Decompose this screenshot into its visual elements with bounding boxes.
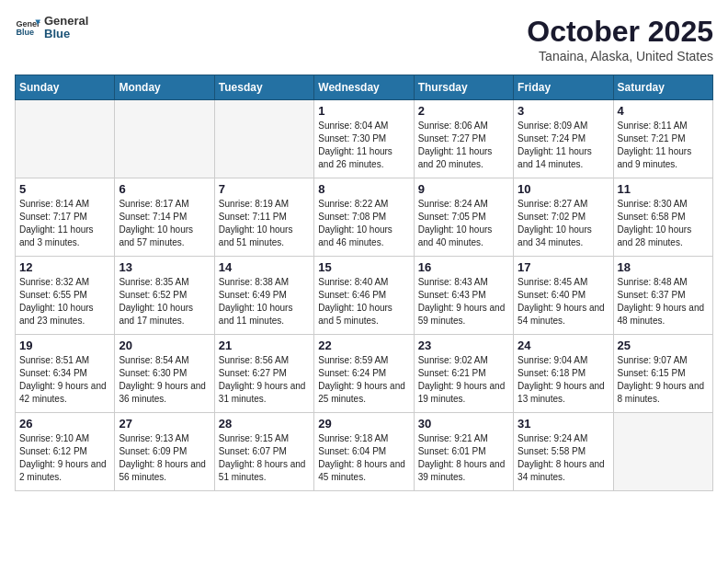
day-info: Sunrise: 8:09 AMSunset: 7:24 PMDaylight:…	[518, 120, 609, 171]
day-number: 21	[219, 339, 310, 352]
location-text: Tanaina, Alaska, United States	[527, 49, 713, 63]
day-number: 20	[119, 339, 210, 352]
day-info: Sunrise: 8:22 AMSunset: 7:08 PMDaylight:…	[318, 198, 409, 249]
calendar-week-row: 1Sunrise: 8:04 AMSunset: 7:30 PMDaylight…	[16, 100, 713, 178]
day-info: Sunrise: 8:38 AMSunset: 6:49 PMDaylight:…	[219, 276, 310, 327]
day-number: 12	[19, 260, 110, 274]
day-info: Sunrise: 9:02 AMSunset: 6:21 PMDaylight:…	[418, 354, 509, 406]
day-number: 27	[119, 417, 210, 431]
day-info: Sunrise: 8:14 AMSunset: 7:17 PMDaylight:…	[19, 198, 110, 249]
calendar-cell: 16Sunrise: 8:43 AMSunset: 6:43 PMDayligh…	[414, 257, 513, 335]
weekday-header-row: SundayMondayTuesdayWednesdayThursdayFrid…	[16, 75, 713, 100]
calendar-cell: 15Sunrise: 8:40 AMSunset: 6:46 PMDayligh…	[314, 257, 414, 335]
day-info: Sunrise: 8:32 AMSunset: 6:55 PMDaylight:…	[19, 276, 110, 327]
weekday-header: Thursday	[414, 75, 513, 100]
logo-blue-text: Blue	[44, 28, 88, 40]
weekday-header: Wednesday	[314, 75, 414, 100]
calendar-cell: 21Sunrise: 8:56 AMSunset: 6:27 PMDayligh…	[214, 335, 313, 413]
day-number: 3	[518, 104, 609, 118]
day-info: Sunrise: 8:43 AMSunset: 6:43 PMDaylight:…	[418, 276, 509, 327]
day-number: 2	[418, 104, 509, 118]
calendar-week-row: 26Sunrise: 9:10 AMSunset: 6:12 PMDayligh…	[16, 413, 713, 491]
month-title: October 2025	[527, 15, 713, 49]
calendar-cell: 5Sunrise: 8:14 AMSunset: 7:17 PMDaylight…	[16, 178, 115, 257]
day-number: 19	[19, 339, 110, 352]
day-info: Sunrise: 9:10 AMSunset: 6:12 PMDaylight:…	[19, 432, 110, 484]
day-info: Sunrise: 8:45 AMSunset: 6:40 PMDaylight:…	[518, 276, 609, 327]
day-number: 7	[219, 182, 310, 196]
day-info: Sunrise: 8:40 AMSunset: 6:46 PMDaylight:…	[318, 276, 409, 327]
calendar-cell: 24Sunrise: 9:04 AMSunset: 6:18 PMDayligh…	[514, 335, 613, 413]
calendar-cell: 27Sunrise: 9:13 AMSunset: 6:09 PMDayligh…	[115, 413, 214, 491]
calendar-cell: 31Sunrise: 9:24 AMSunset: 5:58 PMDayligh…	[514, 413, 613, 491]
day-number: 14	[219, 260, 310, 274]
day-number: 1	[318, 104, 409, 118]
day-number: 11	[618, 182, 709, 196]
weekday-header: Tuesday	[214, 75, 313, 100]
logo-general-text: General	[44, 15, 88, 28]
calendar-cell: 25Sunrise: 9:07 AMSunset: 6:15 PMDayligh…	[613, 335, 712, 413]
calendar-table: SundayMondayTuesdayWednesdayThursdayFrid…	[15, 75, 713, 491]
day-info: Sunrise: 8:19 AMSunset: 7:11 PMDaylight:…	[219, 198, 310, 249]
page-header: General Blue General Blue October 2025 T…	[15, 15, 713, 63]
day-number: 5	[19, 182, 110, 196]
day-info: Sunrise: 8:56 AMSunset: 6:27 PMDaylight:…	[219, 354, 310, 406]
weekday-header: Friday	[514, 75, 613, 100]
day-info: Sunrise: 8:35 AMSunset: 6:52 PMDaylight:…	[119, 276, 210, 327]
calendar-cell: 28Sunrise: 9:15 AMSunset: 6:07 PMDayligh…	[214, 413, 313, 491]
calendar-cell: 12Sunrise: 8:32 AMSunset: 6:55 PMDayligh…	[16, 257, 115, 335]
day-number: 9	[418, 182, 509, 196]
day-number: 17	[518, 260, 609, 274]
day-number: 18	[618, 260, 709, 274]
weekday-header: Saturday	[613, 75, 712, 100]
calendar-cell: 26Sunrise: 9:10 AMSunset: 6:12 PMDayligh…	[16, 413, 115, 491]
day-number: 25	[618, 339, 709, 352]
day-info: Sunrise: 8:04 AMSunset: 7:30 PMDaylight:…	[318, 120, 409, 171]
calendar-week-row: 5Sunrise: 8:14 AMSunset: 7:17 PMDaylight…	[16, 178, 713, 257]
calendar-cell: 13Sunrise: 8:35 AMSunset: 6:52 PMDayligh…	[115, 257, 214, 335]
day-number: 6	[119, 182, 210, 196]
calendar-cell: 29Sunrise: 9:18 AMSunset: 6:04 PMDayligh…	[314, 413, 414, 491]
day-number: 29	[318, 417, 409, 431]
day-number: 31	[518, 417, 609, 431]
calendar-cell: 30Sunrise: 9:21 AMSunset: 6:01 PMDayligh…	[414, 413, 513, 491]
day-info: Sunrise: 8:48 AMSunset: 6:37 PMDaylight:…	[618, 276, 709, 327]
day-info: Sunrise: 8:51 AMSunset: 6:34 PMDaylight:…	[19, 354, 110, 406]
day-info: Sunrise: 9:07 AMSunset: 6:15 PMDaylight:…	[618, 354, 709, 406]
day-number: 8	[318, 182, 409, 196]
calendar-cell: 23Sunrise: 9:02 AMSunset: 6:21 PMDayligh…	[414, 335, 513, 413]
calendar-cell: 22Sunrise: 8:59 AMSunset: 6:24 PMDayligh…	[314, 335, 414, 413]
day-number: 13	[119, 260, 210, 274]
day-number: 30	[418, 417, 509, 431]
day-info: Sunrise: 9:04 AMSunset: 6:18 PMDaylight:…	[518, 354, 609, 406]
calendar-week-row: 12Sunrise: 8:32 AMSunset: 6:55 PMDayligh…	[16, 257, 713, 335]
calendar-cell: 10Sunrise: 8:27 AMSunset: 7:02 PMDayligh…	[514, 178, 613, 257]
day-number: 28	[219, 417, 310, 431]
calendar-cell	[16, 100, 115, 178]
day-number: 16	[418, 260, 509, 274]
day-number: 22	[318, 339, 409, 352]
day-number: 23	[418, 339, 509, 352]
day-info: Sunrise: 8:54 AMSunset: 6:30 PMDaylight:…	[119, 354, 210, 406]
calendar-cell: 19Sunrise: 8:51 AMSunset: 6:34 PMDayligh…	[16, 335, 115, 413]
day-info: Sunrise: 8:27 AMSunset: 7:02 PMDaylight:…	[518, 198, 609, 249]
calendar-cell: 1Sunrise: 8:04 AMSunset: 7:30 PMDaylight…	[314, 100, 414, 178]
calendar-cell: 20Sunrise: 8:54 AMSunset: 6:30 PMDayligh…	[115, 335, 214, 413]
day-number: 15	[318, 260, 409, 274]
day-info: Sunrise: 8:06 AMSunset: 7:27 PMDaylight:…	[418, 120, 509, 171]
calendar-cell: 2Sunrise: 8:06 AMSunset: 7:27 PMDaylight…	[414, 100, 513, 178]
calendar-week-row: 19Sunrise: 8:51 AMSunset: 6:34 PMDayligh…	[16, 335, 713, 413]
day-number: 4	[618, 104, 709, 118]
day-info: Sunrise: 8:11 AMSunset: 7:21 PMDaylight:…	[618, 120, 709, 171]
calendar-cell	[613, 413, 712, 491]
day-number: 10	[518, 182, 609, 196]
svg-text:Blue: Blue	[16, 29, 34, 38]
calendar-cell	[115, 100, 214, 178]
calendar-cell: 17Sunrise: 8:45 AMSunset: 6:40 PMDayligh…	[514, 257, 613, 335]
calendar-cell: 6Sunrise: 8:17 AMSunset: 7:14 PMDaylight…	[115, 178, 214, 257]
day-info: Sunrise: 8:24 AMSunset: 7:05 PMDaylight:…	[418, 198, 509, 249]
calendar-cell: 3Sunrise: 8:09 AMSunset: 7:24 PMDaylight…	[514, 100, 613, 178]
calendar-cell: 9Sunrise: 8:24 AMSunset: 7:05 PMDaylight…	[414, 178, 513, 257]
logo-icon: General Blue	[15, 15, 40, 40]
title-area: October 2025 Tanaina, Alaska, United Sta…	[527, 15, 713, 63]
